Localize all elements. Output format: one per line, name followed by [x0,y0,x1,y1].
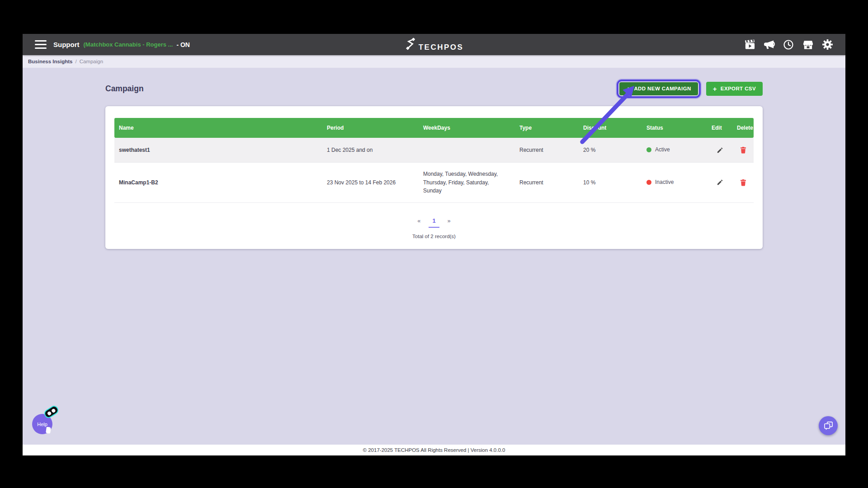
col-delete: Delete [732,118,754,138]
copyright-version-label: © 2017-2025 TECHPOS All Rights Reserved … [363,447,505,453]
province-label: - ON [176,41,190,48]
pagination-next[interactable]: » [444,216,454,225]
breadcrumb-business-insights[interactable]: Business Insights [28,59,72,64]
total-records-label: Total of 2 record(s) [114,234,754,239]
menu-icon[interactable] [35,40,47,49]
help-label: Help [37,422,47,427]
table-header-row: Name Period WeekDays Type Discount Statu… [114,118,754,138]
techpos-logo-icon [405,38,417,52]
page-actions: + ADD NEW CAMPAIGN + EXPORT CSV [617,80,763,98]
page-header: Campaign + ADD NEW CAMPAIGN + EXPORT CSV [105,79,763,99]
app-window: Support (Matchbox Cannabis - Rogers ... … [23,34,845,455]
media-icon[interactable] [744,39,755,51]
settings-gear-icon[interactable] [821,39,833,51]
col-type: Type [515,118,579,138]
campaign-period: 1 Dec 2025 and on [322,138,419,163]
support-label: Support [53,41,80,48]
edit-pencil-icon[interactable] [715,178,725,188]
status-label: Active [655,146,670,153]
delete-trash-icon[interactable] [738,145,748,155]
campaign-weekdays [419,138,515,163]
edit-pencil-icon[interactable] [715,145,725,155]
footer: © 2017-2025 TECHPOS All Rights Reserved … [23,445,845,455]
campaign-discount: 10 % [579,163,642,203]
campaign-type: Recurrent [515,138,579,163]
pagination: « 1 » [114,216,754,228]
help-button[interactable]: Help [32,414,52,434]
topbar-icons [744,39,833,51]
delete-trash-icon[interactable] [738,178,748,188]
status-dot-inactive [646,180,651,185]
chat-button[interactable] [819,416,838,435]
page-title: Campaign [105,84,144,94]
plus-icon: + [713,85,717,92]
annotation-highlight-ring: + ADD NEW CAMPAIGN [617,80,700,98]
export-csv-label: EXPORT CSV [721,86,756,91]
robot-icon [42,404,60,420]
col-period: Period [322,118,419,138]
col-name: Name [114,118,322,138]
status-label: Inactive [655,179,674,185]
campaign-table: Name Period WeekDays Type Discount Statu… [114,118,754,203]
status-dot-active [646,147,651,152]
campaign-discount: 20 % [579,138,642,163]
clock-icon[interactable] [783,39,794,51]
campaign-table-card: Name Period WeekDays Type Discount Statu… [105,106,763,249]
store-selector-label[interactable]: (Matchbox Cannabis - Rogers ... [84,41,173,48]
pagination-prev[interactable]: « [414,216,424,225]
campaign-period: 23 Nov 2025 to 14 Feb 2026 [322,163,419,203]
plus-icon: + [626,85,630,92]
campaign-name: MinaCamp1-B2 [114,163,322,203]
export-csv-button[interactable]: + EXPORT CSV [706,82,763,96]
techpos-logo: TECHPOS [405,38,464,52]
chat-bubbles-icon [824,421,833,431]
topbar-left: Support (Matchbox Cannabis - Rogers ... … [35,40,190,49]
main-content: Campaign + ADD NEW CAMPAIGN + EXPORT CSV [23,68,845,445]
breadcrumb-separator: / [75,59,76,64]
store-icon[interactable] [802,39,814,51]
campaign-status: Inactive [642,163,707,203]
col-weekdays: WeekDays [419,118,515,138]
campaign-type: Recurrent [515,163,579,203]
col-status: Status [642,118,707,138]
table-row: swethatest1 1 Dec 2025 and on Recurrent … [114,138,754,163]
table-row: MinaCamp1-B2 23 Nov 2025 to 14 Feb 2026 … [114,163,754,203]
col-edit: Edit [707,118,732,138]
cursor-icon [45,427,51,434]
add-new-campaign-button[interactable]: + ADD NEW CAMPAIGN [619,82,698,95]
campaign-weekdays: Monday, Tuesday, Wednesday, Thursday, Fr… [419,163,515,203]
campaign-name: swethatest1 [114,138,322,163]
pagination-page-1[interactable]: 1 [429,216,439,228]
brand-text: TECHPOS [419,43,464,52]
breadcrumb-campaign: Campaign [80,59,103,64]
topbar: Support (Matchbox Cannabis - Rogers ... … [23,34,845,55]
breadcrumb: Business Insights / Campaign [23,55,845,68]
col-discount: Discount [579,118,642,138]
campaign-status: Active [642,138,707,163]
add-new-campaign-label: ADD NEW CAMPAIGN [634,86,691,91]
announcement-icon[interactable] [763,39,775,51]
